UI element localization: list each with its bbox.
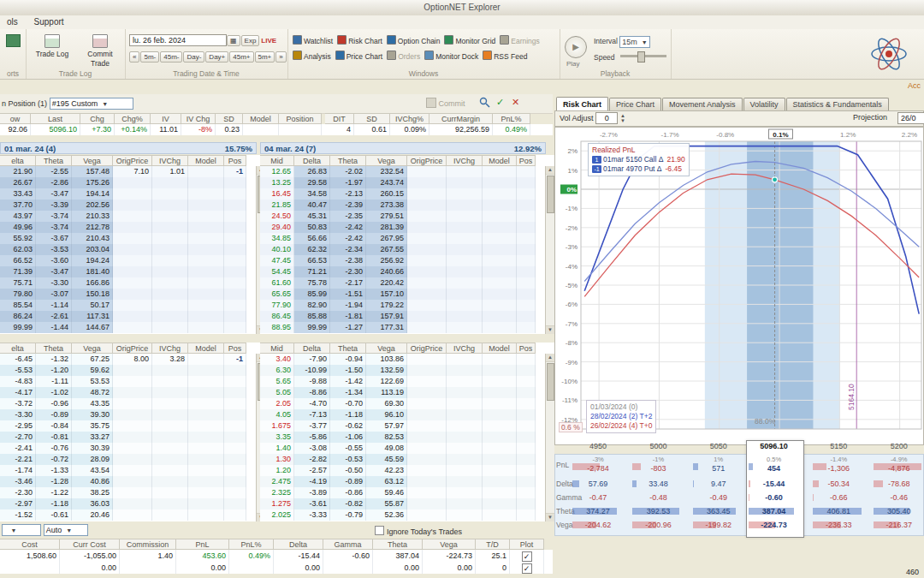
expiration-band-left[interactable]: 01 mar. 24 (4) 15.75% (0, 142, 257, 154)
option-row[interactable]: -3.46-1.2840.86 (0, 476, 257, 487)
option-row[interactable]: 40.1062.32-2.34267.55 (260, 244, 546, 255)
option-row[interactable]: 29.4050.83-2.42281.39 (260, 222, 546, 233)
tab-movement-analysis[interactable]: Movement Analysis (662, 98, 743, 111)
window-toggle-monitor-dock[interactable]: Monitor Dock (424, 51, 478, 61)
trading-date-input[interactable]: lu. 26 feb. 2024 (129, 34, 227, 46)
time-nav-button[interactable]: 45m- (160, 51, 182, 63)
option-row[interactable]: 77.9082.90-1.94179.22 (260, 300, 546, 311)
menu-support[interactable]: Support (27, 15, 71, 29)
plot-checkbox[interactable]: ✓ (522, 551, 532, 562)
option-row[interactable]: -2.97-1.1836.03 (0, 498, 257, 509)
option-row[interactable]: 61.6075.78-2.17220.42 (260, 277, 546, 289)
tab-risk-chart[interactable]: Risk Chart (556, 97, 608, 111)
option-row[interactable]: -4.17-1.0248.72 (0, 387, 257, 398)
window-toggle-rss-feed[interactable]: RSS Feed (483, 51, 527, 61)
plot-checkbox[interactable]: ✓ (522, 563, 532, 574)
option-row[interactable]: 49.96-3.74212.78 (0, 222, 257, 233)
option-row[interactable]: 2.475-4.19-0.8963.12 (260, 476, 546, 487)
filter-select[interactable]: ▼ (2, 524, 41, 536)
commit-trade-button[interactable]: Commit Trade (77, 32, 123, 66)
option-row[interactable]: 24.5045.31-2.35279.51 (260, 211, 546, 222)
option-row[interactable]: 1.675-3.77-0.6257.97 (260, 420, 546, 432)
confirm-button[interactable]: ✓ (496, 97, 504, 108)
time-nav-button[interactable]: 45m+ (229, 51, 253, 63)
option-row[interactable]: -2.70-0.8133.27 (0, 432, 257, 443)
speed-slider[interactable] (620, 55, 666, 57)
ignore-trades-checkbox[interactable] (375, 526, 384, 535)
option-row[interactable]: 1.275-3.61-0.8255.87 (260, 498, 546, 509)
time-nav-button[interactable]: Day+ (205, 51, 228, 63)
option-row[interactable]: 66.52-3.60194.24 (0, 255, 257, 266)
option-row[interactable]: 86.4585.88-1.81157.91 (260, 311, 546, 322)
option-row[interactable]: 3.40-7.90-0.94103.86 (260, 354, 546, 365)
option-row[interactable]: 16.4534.58-2.13260.15 (260, 188, 546, 200)
option-row[interactable]: 1.40-3.08-0.5549.08 (260, 443, 546, 454)
option-row[interactable]: -2.30-1.2238.25 (0, 487, 257, 498)
option-row[interactable]: 21.90-2.55157.487.101.01-1 (0, 166, 257, 177)
mode-select[interactable]: Auto▼ (44, 524, 88, 536)
scroll-up-icon[interactable]: ▲ (546, 354, 554, 362)
window-toggle-risk-chart[interactable]: Risk Chart (337, 35, 382, 45)
option-row[interactable]: 12.6526.83-2.02232.54 (260, 166, 546, 177)
option-row[interactable]: 1.20-2.57-0.5042.23 (260, 465, 546, 476)
option-row[interactable]: 3.35-5.86-1.0682.53 (260, 432, 546, 443)
option-row[interactable]: 33.43-3.47194.14 (0, 188, 257, 200)
scrollbar[interactable]: ▲▼ (545, 354, 554, 521)
projection-select[interactable]: 26/0 (897, 112, 924, 124)
option-row[interactable]: 1.30-2.82-0.5345.59 (260, 454, 546, 465)
scroll-down-icon[interactable]: ▼ (546, 325, 554, 334)
option-row[interactable]: -6.45-1.3267.258.003.28-1 (0, 354, 257, 365)
speed-slider-thumb[interactable] (637, 51, 645, 63)
reports-icon[interactable] (6, 34, 21, 47)
option-row[interactable]: 43.97-3.74210.33 (0, 211, 257, 222)
option-row[interactable]: -3.72-0.9643.35 (0, 398, 257, 409)
scroll-thumb[interactable] (547, 363, 554, 401)
projection-date-row[interactable]: 26/02/2024 (4) T+0 (590, 421, 652, 431)
cancel-button[interactable]: ✕ (512, 97, 519, 108)
menu-tools[interactable]: ols (0, 15, 25, 29)
option-row[interactable]: 55.92-3.67210.43 (0, 233, 257, 244)
option-row[interactable]: 79.80-3.07150.18 (0, 289, 257, 300)
time-nav-first-icon[interactable]: « (129, 51, 139, 63)
projection-date-row[interactable]: 28/02/2024 (2) T+2 (590, 412, 652, 421)
option-row[interactable]: -2.21-0.7228.09 (0, 454, 257, 465)
tab-price-chart[interactable]: Price Chart (609, 98, 661, 111)
window-toggle-earnings[interactable]: Earnings (500, 35, 540, 45)
option-row[interactable]: -3.30-0.8939.30 (0, 409, 257, 420)
vol-adjust-spinner[interactable]: ▲▼ (620, 113, 625, 123)
time-nav-button[interactable]: Day- (183, 51, 204, 63)
option-row[interactable]: 2.325-3.89-0.8659.46 (260, 487, 546, 498)
time-nav-last-icon[interactable]: » (275, 51, 286, 63)
option-row[interactable]: 5.05-8.86-1.34113.19 (260, 387, 546, 398)
time-nav-button[interactable]: 5m- (140, 51, 159, 63)
interval-select[interactable]: 15m▼ (619, 36, 649, 48)
option-row[interactable]: 34.8556.66-2.42267.95 (260, 233, 546, 244)
calendar-icon[interactable]: ▦ (227, 35, 240, 46)
risk-chart[interactable]: 2%1%0%-1%-2%-3%-4%-5%-6%-7%-8%-9%-10%-11… (554, 127, 924, 445)
window-toggle-price-chart[interactable]: Price Chart (335, 51, 383, 61)
window-toggle-monitor-grid[interactable]: Monitor Grid (444, 35, 495, 45)
expiration-band-right[interactable]: 04 mar. 24 (7) 12.92% (260, 142, 546, 154)
option-row[interactable]: 4.05-7.13-1.1896.10 (260, 409, 546, 420)
position-selector[interactable]: #195 Custom▼ (50, 98, 133, 110)
option-row[interactable]: -4.83-1.1153.53 (0, 376, 257, 387)
tab-statistics-fundamentals[interactable]: Statistics & Fundamentals (786, 98, 889, 111)
scroll-down-icon[interactable]: ▼ (546, 513, 554, 521)
window-toggle-option-chain[interactable]: Option Chain (387, 35, 441, 45)
exp-button[interactable]: Exp (241, 35, 260, 46)
option-row[interactable]: 85.54-1.1450.17 (0, 300, 257, 311)
scroll-thumb[interactable] (547, 176, 554, 213)
vol-adjust-input[interactable]: 0 (595, 112, 618, 124)
option-row[interactable]: 5.65-9.88-1.42122.69 (260, 376, 546, 387)
option-row[interactable]: 99.99-1.44144.67 (0, 322, 257, 333)
scrollbar[interactable]: ▲▼ (545, 166, 554, 334)
account-tab[interactable]: Acc (908, 81, 921, 90)
tab-volatility[interactable]: Volatility (743, 98, 785, 111)
option-row[interactable]: 86.24-2.61117.31 (0, 311, 257, 322)
option-row[interactable]: 47.4566.53-2.38256.92 (260, 255, 546, 266)
option-row[interactable]: 2.05-4.70-0.7069.30 (260, 398, 546, 409)
window-toggle-watchlist[interactable]: Watchlist (293, 35, 333, 45)
zoom-button[interactable] (479, 97, 490, 110)
option-row[interactable]: 26.67-2.86175.26 (0, 177, 257, 188)
projection-date-row[interactable]: 01/03/2024 (0) (590, 402, 652, 412)
